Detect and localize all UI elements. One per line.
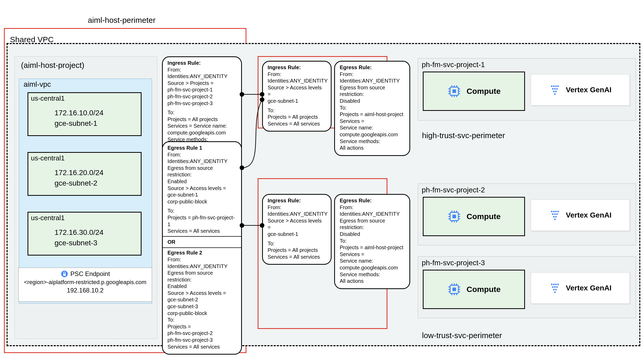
svc2-vertex-label: Vertex GenAI [566,211,611,219]
svc1-compute: Compute [423,72,525,111]
host-egress1-body: From:Identities:ANY_IDENTITYEgress from … [167,151,236,235]
or-label: OR [167,239,236,246]
subnet-3-cidr: 172.16.30.0/24 [55,228,104,237]
svg-rect-1 [63,274,66,276]
svg-point-69 [554,286,556,288]
svg-point-25 [554,93,556,95]
subnet-3: us-central1 172.16.30.0/24 gce-subnet-3 [28,212,142,256]
psc-ip: 192.168.10.2 [19,287,152,294]
svc1-vertex-label: Vertex GenAI [566,86,611,94]
svc-project-3: ph-fm-svc-project-3 Compute Vertex GenAI [418,256,636,318]
psc-endpoint-card: PSC Endpoint <region>-aiplatform-restric… [18,268,152,302]
svg-point-40 [551,211,553,212]
svc3-vertex: Vertex GenAI [531,272,630,304]
svg-rect-3 [452,89,456,93]
svg-point-23 [553,91,555,92]
high-ingress-body: From:Identities:ANY_IDENTITYSource > Acc… [268,71,326,127]
svg-point-73 [554,291,556,293]
subnet-2: us-central1 172.16.20.0/24 gce-subnet-2 [28,152,142,196]
subnet-2-region: us-central1 [31,154,65,162]
svg-point-65 [553,284,555,285]
subnet-2-cidr: 172.16.20.0/24 [55,169,104,177]
svg-point-71 [553,289,555,290]
high-egress-title: Egress Rule: [340,64,372,70]
low-ingress-body: From:Identities:ANY_IDENTITYSource > Acc… [268,204,326,261]
svg-point-17 [553,85,555,87]
svg-point-24 [555,91,557,92]
svg-point-42 [555,211,557,212]
svg-point-46 [556,213,558,215]
svg-point-47 [553,216,555,218]
svg-point-64 [551,284,553,285]
low-egress-rule: Egress Rule: From:Identities:ANY_IDENTIT… [334,194,410,289]
svg-point-21 [554,88,556,90]
vertex-ai-icon [549,84,562,96]
host-egress-rules: Egress Rule 1 From:Identities:ANY_IDENTI… [162,141,242,355]
subnet-1-region: us-central1 [31,94,65,102]
svg-rect-51 [452,288,456,291]
high-egress-body: From:Identities:ANY_IDENTITYEgress from … [340,71,405,151]
svg-point-22 [556,88,558,90]
vertex-ai-icon [549,282,562,294]
low-egress-body: From:Identities:ANY_IDENTITYEgress from … [340,204,405,285]
svg-point-70 [556,286,558,288]
svg-point-72 [555,289,557,290]
svg-point-48 [555,216,557,218]
svc1-compute-label: Compute [467,87,501,96]
svg-point-41 [553,211,555,212]
vertex-ai-icon [549,209,562,221]
high-ingress-rule: Ingress Rule: From:Identities:ANY_IDENTI… [262,61,332,132]
svc-project-2: ph-fm-svc-project-2 Compute Vertex GenAI [418,183,636,245]
lock-icon [61,270,68,278]
divider [163,247,241,248]
subnet-3-region: us-central1 [31,214,65,222]
host-ingress-body: From:Identities:ANY_IDENTITYSource > Pro… [167,67,236,150]
svc1-vertex: Vertex GenAI [531,74,630,106]
low-egress-title: Egress Rule: [340,198,372,203]
shared-vpc-label: Shared VPC [10,35,54,44]
svc2-compute-label: Compute [467,212,501,221]
high-egress-rule: Egress Rule: From:Identities:ANY_IDENTIT… [334,61,410,156]
svc3-title: ph-fm-svc-project-3 [422,259,485,267]
host-egress1-title: Egress Rule 1 [167,145,202,151]
svg-point-45 [554,213,556,215]
svg-point-67 [557,284,559,285]
psc-title: PSC Endpoint [71,270,110,278]
svc3-compute-label: Compute [467,285,501,294]
svg-point-66 [555,284,557,285]
svc-project-1: ph-fm-svc-project-1 Compute Vertex GenAI [418,58,636,121]
svg-point-49 [554,219,556,220]
aiml-vpc-label: aiml-vpc [24,80,51,89]
compute-icon [447,84,461,98]
svc2-compute: Compute [423,197,525,236]
svc3-vertex-label: Vertex GenAI [566,284,611,292]
compute-icon [447,282,461,296]
host-perimeter-label: aiml-host-perimeter [88,16,155,25]
low-ingress-rule: Ingress Rule: From:Identities:ANY_IDENTI… [262,194,332,265]
low-ingress-title: Ingress Rule: [268,198,301,203]
host-ingress-rule: Ingress Rule: From:Identities:ANY_IDENTI… [162,56,242,154]
svg-point-19 [557,85,559,87]
subnet-2-name: gce-subnet-2 [55,179,97,187]
high-ingress-title: Ingress Rule: [268,64,301,70]
svg-point-44 [552,213,554,215]
svg-point-68 [552,286,554,288]
subnet-1-name: gce-subnet-1 [55,119,97,128]
psc-host: <region>-aiplatform-restricted.p.googlea… [19,279,152,286]
host-project-label: (aiml-host-project) [21,61,84,70]
divider [163,236,241,237]
svg-point-16 [551,85,553,87]
subnet-1-cidr: 172.16.10.0/24 [55,109,104,117]
svg-point-20 [552,88,554,90]
svg-point-43 [557,211,559,212]
subnet-1: us-central1 172.16.10.0/24 gce-subnet-1 [28,92,142,136]
high-trust-perimeter-label: high-trust-svc-perimeter [422,131,505,140]
svc2-title: ph-fm-svc-project-2 [422,186,485,194]
svc1-title: ph-fm-svc-project-1 [422,61,485,69]
subnet-3-name: gce-subnet-3 [55,239,97,247]
low-trust-perimeter-label: low-trust-svc-perimeter [422,331,502,340]
svc2-vertex: Vertex GenAI [531,199,630,231]
svc3-compute: Compute [423,270,525,309]
svg-rect-27 [452,215,456,218]
host-egress2-title: Egress Rule 2 [167,250,202,256]
